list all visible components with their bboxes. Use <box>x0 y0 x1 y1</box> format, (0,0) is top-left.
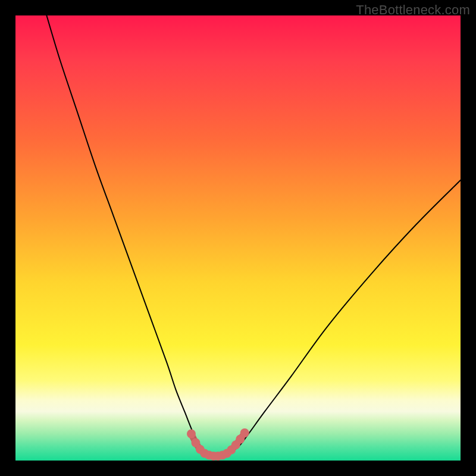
plot-area <box>15 15 461 461</box>
bottleneck-chart <box>15 15 461 461</box>
gradient-background <box>15 15 461 461</box>
watermark-text: TheBottleneck.com <box>356 2 470 18</box>
chart-frame: TheBottleneck.com <box>0 0 476 476</box>
optimal-range-marker <box>187 430 196 439</box>
optimal-range-marker <box>240 428 249 437</box>
